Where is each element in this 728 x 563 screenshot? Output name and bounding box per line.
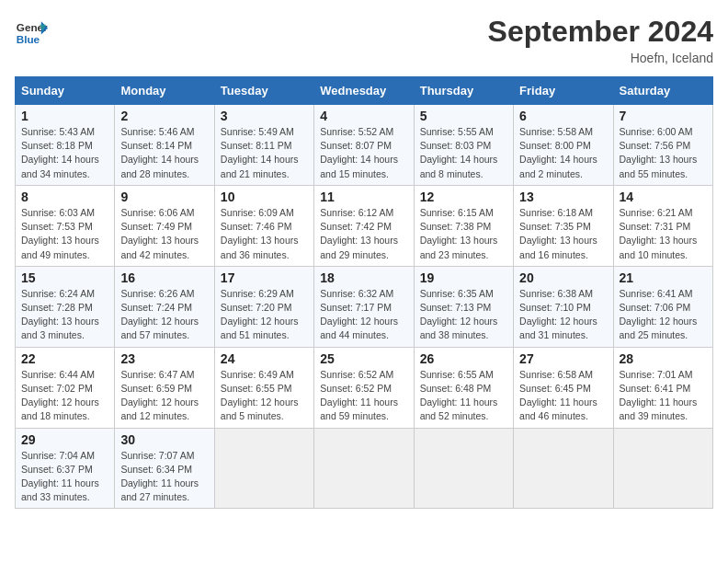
day-number: 4	[320, 109, 407, 123]
calendar-cell: 23Sunrise: 6:47 AMSunset: 6:59 PMDayligh…	[115, 347, 214, 428]
logo: General Blue	[15, 15, 48, 48]
calendar-week-row: 22Sunrise: 6:44 AMSunset: 7:02 PMDayligh…	[16, 347, 713, 428]
day-number: 27	[519, 351, 607, 366]
day-number: 16	[120, 270, 208, 285]
calendar-cell	[314, 428, 414, 509]
day-detail: Sunrise: 5:46 AMSunset: 8:14 PMDaylight:…	[120, 126, 199, 179]
day-number: 3	[221, 109, 308, 123]
day-detail: Sunrise: 5:52 AMSunset: 8:07 PMDaylight:…	[320, 126, 398, 179]
day-number: 12	[420, 190, 507, 204]
day-detail: Sunrise: 6:44 AMSunset: 7:02 PMDaylight:…	[21, 369, 99, 422]
day-number: 30	[120, 432, 208, 447]
calendar-cell	[414, 428, 513, 509]
day-detail: Sunrise: 6:00 AMSunset: 7:56 PMDaylight:…	[620, 126, 698, 179]
day-detail: Sunrise: 6:09 AMSunset: 7:46 PMDaylight:…	[221, 207, 299, 260]
day-detail: Sunrise: 6:35 AMSunset: 7:13 PMDaylight:…	[420, 288, 498, 341]
day-detail: Sunrise: 6:55 AMSunset: 6:48 PMDaylight:…	[420, 369, 498, 422]
day-detail: Sunrise: 6:52 AMSunset: 6:52 PMDaylight:…	[320, 369, 398, 422]
calendar-cell: 1Sunrise: 5:43 AMSunset: 8:18 PMDaylight…	[16, 105, 115, 186]
day-detail: Sunrise: 6:58 AMSunset: 6:45 PMDaylight:…	[519, 369, 597, 422]
day-detail: Sunrise: 6:32 AMSunset: 7:17 PMDaylight:…	[320, 288, 398, 341]
calendar-cell: 24Sunrise: 6:49 AMSunset: 6:55 PMDayligh…	[214, 347, 313, 428]
day-number: 1	[21, 109, 108, 123]
day-number: 21	[620, 270, 707, 285]
day-number: 25	[320, 351, 407, 366]
day-number: 24	[221, 351, 308, 366]
day-detail: Sunrise: 7:01 AMSunset: 6:41 PMDaylight:…	[620, 369, 698, 422]
day-detail: Sunrise: 6:18 AMSunset: 7:35 PMDaylight:…	[519, 207, 597, 260]
day-detail: Sunrise: 6:49 AMSunset: 6:55 PMDaylight:…	[221, 369, 299, 422]
calendar-cell: 17Sunrise: 6:29 AMSunset: 7:20 PMDayligh…	[214, 266, 313, 347]
day-number: 17	[221, 270, 308, 285]
day-number: 22	[21, 351, 108, 366]
calendar-cell: 30Sunrise: 7:07 AMSunset: 6:34 PMDayligh…	[115, 428, 214, 509]
day-number: 18	[320, 270, 407, 285]
day-number: 6	[519, 109, 607, 123]
calendar-cell: 7Sunrise: 6:00 AMSunset: 7:56 PMDaylight…	[613, 105, 712, 186]
day-detail: Sunrise: 5:49 AMSunset: 8:11 PMDaylight:…	[221, 126, 299, 179]
day-detail: Sunrise: 6:06 AMSunset: 7:49 PMDaylight:…	[120, 207, 199, 260]
calendar-cell: 28Sunrise: 7:01 AMSunset: 6:41 PMDayligh…	[613, 347, 712, 428]
calendar-cell: 22Sunrise: 6:44 AMSunset: 7:02 PMDayligh…	[16, 347, 115, 428]
calendar-cell: 11Sunrise: 6:12 AMSunset: 7:42 PMDayligh…	[314, 185, 414, 266]
weekday-header-row: SundayMondayTuesdayWednesdayThursdayFrid…	[16, 77, 713, 105]
day-detail: Sunrise: 6:26 AMSunset: 7:24 PMDaylight:…	[120, 288, 199, 341]
month-title: September 2024	[488, 15, 713, 49]
day-number: 23	[120, 351, 208, 366]
day-detail: Sunrise: 6:47 AMSunset: 6:59 PMDaylight:…	[120, 369, 199, 422]
calendar-cell: 4Sunrise: 5:52 AMSunset: 8:07 PMDaylight…	[314, 105, 414, 186]
calendar-cell: 5Sunrise: 5:55 AMSunset: 8:03 PMDaylight…	[414, 105, 513, 186]
day-detail: Sunrise: 6:12 AMSunset: 7:42 PMDaylight:…	[320, 207, 398, 260]
day-detail: Sunrise: 6:41 AMSunset: 7:06 PMDaylight:…	[620, 288, 698, 341]
weekday-header: Monday	[115, 77, 214, 105]
calendar-cell: 3Sunrise: 5:49 AMSunset: 8:11 PMDaylight…	[214, 105, 313, 186]
day-number: 8	[21, 190, 108, 204]
calendar-cell: 26Sunrise: 6:55 AMSunset: 6:48 PMDayligh…	[414, 347, 513, 428]
calendar-cell: 10Sunrise: 6:09 AMSunset: 7:46 PMDayligh…	[214, 185, 313, 266]
day-detail: Sunrise: 6:15 AMSunset: 7:38 PMDaylight:…	[420, 207, 498, 260]
weekday-header: Sunday	[16, 77, 115, 105]
calendar-cell	[214, 428, 313, 509]
weekday-header: Thursday	[414, 77, 513, 105]
calendar-week-row: 15Sunrise: 6:24 AMSunset: 7:28 PMDayligh…	[16, 266, 713, 347]
calendar-cell: 14Sunrise: 6:21 AMSunset: 7:31 PMDayligh…	[613, 185, 712, 266]
day-number: 28	[620, 351, 707, 366]
day-number: 15	[21, 270, 108, 285]
day-detail: Sunrise: 5:43 AMSunset: 8:18 PMDaylight:…	[21, 126, 99, 179]
weekday-header: Friday	[514, 77, 613, 105]
calendar-cell	[613, 428, 712, 509]
calendar-cell: 6Sunrise: 5:58 AMSunset: 8:00 PMDaylight…	[514, 105, 613, 186]
page-header: General Blue September 2024 Hoefn, Icela…	[15, 15, 713, 65]
day-detail: Sunrise: 5:55 AMSunset: 8:03 PMDaylight:…	[420, 126, 498, 179]
calendar-week-row: 29Sunrise: 7:04 AMSunset: 6:37 PMDayligh…	[16, 428, 713, 509]
calendar-cell: 20Sunrise: 6:38 AMSunset: 7:10 PMDayligh…	[514, 266, 613, 347]
day-detail: Sunrise: 6:03 AMSunset: 7:53 PMDaylight:…	[21, 207, 99, 260]
day-number: 10	[221, 190, 308, 204]
calendar-cell: 29Sunrise: 7:04 AMSunset: 6:37 PMDayligh…	[16, 428, 115, 509]
calendar-cell: 12Sunrise: 6:15 AMSunset: 7:38 PMDayligh…	[414, 185, 513, 266]
day-detail: Sunrise: 7:04 AMSunset: 6:37 PMDaylight:…	[21, 450, 99, 503]
calendar-cell: 19Sunrise: 6:35 AMSunset: 7:13 PMDayligh…	[414, 266, 513, 347]
day-number: 13	[519, 190, 607, 204]
calendar-cell: 8Sunrise: 6:03 AMSunset: 7:53 PMDaylight…	[16, 185, 115, 266]
day-detail: Sunrise: 6:21 AMSunset: 7:31 PMDaylight:…	[620, 207, 698, 260]
day-number: 20	[519, 270, 607, 285]
calendar-cell: 21Sunrise: 6:41 AMSunset: 7:06 PMDayligh…	[613, 266, 712, 347]
calendar-cell: 27Sunrise: 6:58 AMSunset: 6:45 PMDayligh…	[514, 347, 613, 428]
day-number: 26	[420, 351, 507, 366]
day-detail: Sunrise: 5:58 AMSunset: 8:00 PMDaylight:…	[519, 126, 597, 179]
day-number: 19	[420, 270, 507, 285]
calendar-week-row: 8Sunrise: 6:03 AMSunset: 7:53 PMDaylight…	[16, 185, 713, 266]
calendar-table: SundayMondayTuesdayWednesdayThursdayFrid…	[15, 76, 713, 509]
calendar-cell: 9Sunrise: 6:06 AMSunset: 7:49 PMDaylight…	[115, 185, 214, 266]
day-number: 5	[420, 109, 507, 123]
weekday-header: Tuesday	[214, 77, 313, 105]
calendar-cell: 13Sunrise: 6:18 AMSunset: 7:35 PMDayligh…	[514, 185, 613, 266]
day-number: 11	[320, 190, 407, 204]
weekday-header: Wednesday	[314, 77, 414, 105]
day-number: 29	[21, 432, 108, 447]
day-detail: Sunrise: 7:07 AMSunset: 6:34 PMDaylight:…	[120, 450, 199, 503]
day-number: 9	[120, 190, 208, 204]
day-number: 2	[120, 109, 208, 123]
day-detail: Sunrise: 6:38 AMSunset: 7:10 PMDaylight:…	[519, 288, 597, 341]
